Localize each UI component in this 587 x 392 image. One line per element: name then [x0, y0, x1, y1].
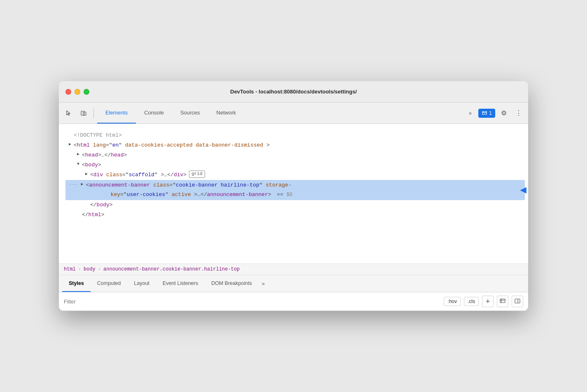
tab-layout[interactable]: Layout [128, 275, 156, 292]
scaffold-tag[interactable]: <div class="scaffold" >…</div> [90, 170, 186, 180]
dom-line-body-close: </body> [69, 200, 522, 210]
filter-input-wrap [64, 299, 440, 305]
html-triangle[interactable] [69, 141, 74, 148]
toggle-element-state-button[interactable] [497, 296, 508, 307]
cls-button[interactable]: .cls [464, 297, 479, 306]
dom-line-body-open: <body> [69, 160, 522, 170]
tab-console[interactable]: Console [136, 103, 172, 124]
toolbar-divider-1 [93, 108, 94, 118]
title-bar: DevTools - localhost:8080/docs/devtools/… [59, 81, 528, 103]
sidebar-pane-icon [515, 298, 520, 305]
more-vertical-icon: ⋮ [515, 109, 522, 117]
dom-line-scaffold: <div class="scaffold" >…</div> grid [69, 170, 522, 180]
breadcrumb-sep-2: › [98, 266, 101, 272]
dom-line-head: <head>…</head> [69, 150, 522, 160]
body-open-tag[interactable]: <body> [82, 161, 101, 170]
traffic-lights [65, 89, 89, 95]
breadcrumb-sep-1: › [78, 266, 81, 272]
plus-icon: + [486, 298, 490, 305]
dollar-zero: $0 [287, 192, 292, 198]
sidebar-pane-button[interactable] [512, 296, 523, 307]
tab-sources[interactable]: Sources [172, 103, 208, 124]
dom-line-doctype: <!DOCTYPE html> [69, 131, 522, 140]
close-button[interactable] [65, 89, 71, 95]
more-tabs-button[interactable]: » [464, 107, 476, 119]
maximize-button[interactable] [84, 89, 89, 95]
tab-computed[interactable]: Computed [91, 275, 128, 292]
toggle-state-icon [500, 298, 505, 305]
cursor-icon-btn[interactable] [62, 107, 75, 120]
announcement-line-2: key="user-cookies" active >…</announceme… [86, 190, 522, 199]
more-menu-button[interactable]: ⋮ [512, 107, 525, 119]
breadcrumb-bar: html › body › announcement-banner.cookie… [59, 264, 528, 275]
dom-line-html-close: </html> [69, 210, 522, 220]
announcement-triangle[interactable] [81, 181, 86, 188]
add-style-rule-button[interactable]: + [482, 296, 494, 307]
head-triangle[interactable] [77, 151, 82, 158]
tab-elements[interactable]: Elements [97, 103, 136, 124]
toolbar-right: » 1 ⚙ ⋮ [464, 107, 525, 119]
tab-dom-breakpoints[interactable]: DOM Breakpoints [205, 275, 259, 292]
elements-panel: <!DOCTYPE html> <html lang="en" data-coo… [59, 124, 528, 264]
breadcrumb-announcement[interactable]: announcement-banner.cookie-banner.hairli… [103, 266, 240, 272]
lower-more-tabs[interactable]: » [259, 275, 268, 292]
head-tag[interactable]: <head>…</head> [82, 151, 127, 160]
selected-element-arrow: ◀ [520, 185, 526, 196]
filter-bar: :hov .cls + [59, 292, 528, 311]
minimize-button[interactable] [75, 89, 80, 95]
announcement-content: <announcement-banner class="cookie-banne… [86, 181, 522, 199]
doctype-text: <!DOCTYPE html> [74, 131, 122, 140]
body-triangle[interactable] [77, 161, 82, 168]
tab-network[interactable]: Network [208, 103, 245, 124]
scaffold-triangle[interactable] [85, 170, 90, 177]
notifications-button[interactable]: 1 [478, 109, 495, 118]
html-open[interactable]: <html lang="en" data-cookies-accepted da… [74, 141, 270, 150]
devtools-toolbar: Elements Console Sources Network » 1 [59, 103, 528, 124]
filter-input[interactable] [64, 299, 440, 305]
dom-line-announcement-banner[interactable]: ··· <announcement-banner class="cookie-b… [65, 180, 525, 200]
dots-menu[interactable]: ··· [69, 181, 78, 189]
tab-event-listeners[interactable]: Event Listeners [156, 275, 205, 292]
device-icon-btn[interactable] [77, 107, 90, 120]
html-close-tag: </html> [82, 210, 105, 219]
window-title: DevTools - localhost:8080/docs/devtools/… [230, 89, 357, 95]
svg-rect-2 [500, 299, 505, 303]
announcement-line-1: <announcement-banner class="cookie-banne… [86, 181, 522, 190]
settings-button[interactable]: ⚙ [498, 107, 510, 119]
gear-icon: ⚙ [501, 109, 507, 117]
dom-line-html: <html lang="en" data-cookies-accepted da… [69, 140, 522, 150]
svg-rect-5 [515, 299, 520, 303]
main-tab-list: Elements Console Sources Network [97, 103, 463, 124]
breadcrumb-body[interactable]: body [84, 266, 96, 272]
devtools-window: DevTools - localhost:8080/docs/devtools/… [59, 81, 528, 311]
body-close-tag: </body> [90, 201, 113, 210]
lower-panel-tabs: Styles Computed Layout Event Listeners D… [59, 275, 528, 292]
grid-badge[interactable]: grid [189, 170, 205, 177]
breadcrumb-html[interactable]: html [64, 266, 76, 272]
chevron-right-icon: » [262, 280, 265, 287]
tab-styles[interactable]: Styles [62, 275, 91, 292]
hov-button[interactable]: :hov [444, 297, 461, 306]
